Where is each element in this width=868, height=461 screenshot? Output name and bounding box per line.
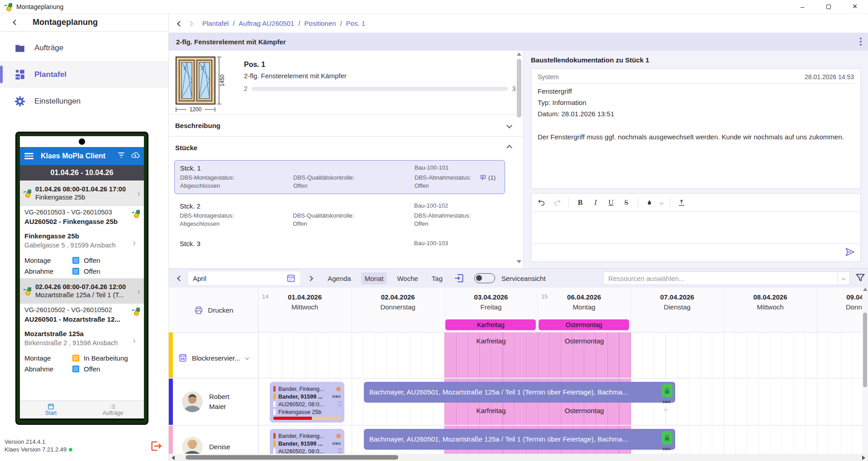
nav-back-icon[interactable]	[178, 19, 182, 27]
send-icon[interactable]	[844, 247, 856, 259]
phone-app-header: Klaes MoPla Client	[20, 147, 144, 165]
day-name: Mittwoch	[724, 303, 817, 311]
day-grid[interactable]: Bander, Finkeng... Bander, 91599 ...DBS …	[258, 426, 868, 454]
upload-icon[interactable]	[675, 196, 688, 209]
resource-name: Denise	[209, 442, 230, 452]
scheduler-vertical-scrollbar[interactable]	[862, 288, 868, 454]
sidebar-item-auftraege[interactable]: Aufträge	[0, 34, 168, 61]
scheduler-horizontal-scrollbar[interactable]	[169, 454, 868, 461]
view-tag[interactable]: Tag	[428, 272, 446, 285]
view-agenda[interactable]: Agenda	[324, 272, 355, 285]
scroll-down-icon[interactable]	[517, 260, 521, 263]
scroll-thumb[interactable]	[186, 455, 398, 460]
kebab-menu-icon[interactable]	[860, 38, 862, 46]
text-color-icon[interactable]	[643, 196, 656, 209]
stueck-card-2[interactable]: Stck. 2 Bau-100-102 DBS-Montagestatus: D…	[174, 199, 505, 232]
italic-button[interactable]: I	[589, 196, 602, 209]
scroll-up-icon[interactable]	[863, 288, 868, 291]
sidebar-item-plantafel[interactable]: Plantafel	[0, 61, 168, 88]
day-grid[interactable]: Karfreitag Ostermontag Bander, Finkeng..…	[258, 379, 868, 425]
day-grid[interactable]: Karfreitag Ostermontag	[258, 333, 868, 378]
scroll-left-icon[interactable]	[172, 456, 175, 460]
resource-name: Robert Maier	[209, 392, 229, 412]
phone-order-1[interactable]: VG-26010503 - VG-26010503 AU260502 - Fin…	[20, 206, 144, 231]
undo-icon[interactable]	[535, 196, 548, 209]
day-name: Montag	[538, 303, 630, 311]
breadcrumb-positionen[interactable]: Positionen	[304, 19, 336, 27]
phone-address-1[interactable]: Finkengasse 25b Gabelgasse 5 , 91599 Ans…	[20, 231, 144, 255]
lock-icon	[662, 384, 672, 398]
resource-robert-maier[interactable]: Robert Maier	[173, 379, 258, 425]
bold-button[interactable]: B	[573, 196, 587, 209]
breadcrumb-auftrag[interactable]: Auftrag AU260501	[239, 19, 295, 27]
scroll-right-icon[interactable]	[862, 456, 865, 460]
vg-number: VG-26010503 - VG-26010503	[24, 209, 139, 216]
scroll-up-icon[interactable]	[517, 52, 521, 56]
day-name: Donnerstag	[817, 303, 868, 311]
prev-month-icon[interactable]	[178, 274, 182, 282]
stueck-card-3[interactable]: Stck. 3 Bau-100-103	[174, 236, 505, 252]
field-label: DBS-Qualitätskontrolle:	[293, 174, 415, 181]
resources-select[interactable]: Ressourcen auswählen...	[603, 271, 850, 285]
strikethrough-button[interactable]: S	[620, 196, 633, 209]
minimize-button[interactable]: –	[789, 0, 816, 13]
close-button[interactable]: ×	[842, 0, 868, 13]
view-woche[interactable]: Woche	[393, 272, 421, 285]
goto-date-icon[interactable]	[453, 273, 464, 284]
nav-forward-icon[interactable]	[188, 19, 192, 27]
expand-chevrons-icon[interactable]	[339, 400, 341, 406]
note-count[interactable]: (1)	[480, 174, 496, 181]
block-row-label[interactable]: Blockreservier...	[173, 333, 258, 378]
maximize-button[interactable]	[816, 0, 842, 13]
section-beschreibung[interactable]: Beschreibung	[169, 114, 523, 136]
phone-appointment-2[interactable]: 02.04.26 08:00-07.04.26 12:00 Mozartstra…	[20, 278, 144, 304]
expand-chevrons-icon[interactable]	[339, 447, 341, 453]
filter-lines-icon[interactable]	[117, 151, 126, 162]
phone-tab-bar: Start Aufträge	[20, 400, 144, 418]
expand-chevron-icon[interactable]	[664, 404, 667, 412]
scroll-thumb[interactable]	[517, 59, 521, 118]
holiday-label: Ostermontag	[538, 337, 631, 345]
logout-icon[interactable]	[149, 440, 163, 454]
filter-funnel-icon[interactable]	[855, 272, 866, 285]
phone-order-2[interactable]: VG-26010502 - VG-26010502 AU260501 - Moz…	[20, 304, 144, 329]
breadcrumb-pos1[interactable]: Pos. 1	[346, 19, 366, 27]
month-input[interactable]: April	[188, 271, 300, 285]
scroll-thumb[interactable]	[863, 313, 867, 387]
event-bar-bachmayer[interactable]: Bachmayer, AU260501, Mozartstraße 125a /…	[364, 429, 675, 450]
breadcrumb-plantafel[interactable]: Plantafel	[202, 19, 229, 27]
phone-tab-auftraege[interactable]: Aufträge	[82, 401, 144, 418]
address-name: Mozartstraße 125a	[24, 330, 139, 337]
back-chevron-icon[interactable]	[11, 18, 20, 27]
status-value: Offen	[84, 267, 100, 275]
field-value: Offen	[293, 220, 414, 227]
underline-button[interactable]: U	[604, 196, 618, 209]
cloud-sync-icon[interactable]	[130, 151, 140, 162]
svg-text:1450: 1450	[219, 74, 225, 86]
phone-address-2[interactable]: Mozartstraße 125a Birkenstraße 2 , 91598…	[20, 329, 144, 352]
holiday-banner: Karfreitag	[445, 319, 536, 330]
redo-icon[interactable]	[550, 196, 564, 209]
editor-textarea[interactable]	[531, 212, 860, 243]
service-view-toggle[interactable]	[474, 273, 495, 283]
stueck-bau-number: Bau-100-101	[415, 164, 499, 172]
phone-appointment-1[interactable]: 01.04.26 08:00-01.04.26 17:00 Finkengass…	[20, 181, 144, 206]
view-monat[interactable]: Monat	[361, 272, 387, 285]
event-card-bander[interactable]: Bander, Finkeng... Bander, 91599 ...DBS …	[270, 429, 344, 454]
phone-status-2: Montage In Bearbeitung Abnahme Offen	[20, 352, 144, 376]
holiday-label: Karfreitag	[444, 407, 538, 414]
event-bar-bachmayer[interactable]: Bachmayer, AU260501, Mozartstraße 125a /…	[364, 382, 675, 403]
event-card-bander[interactable]: Bander, Finkeng... Bander, 91599 ...DBS …	[270, 382, 344, 423]
resource-denise[interactable]: Denise	[173, 426, 258, 454]
color-dropdown-icon[interactable]	[658, 196, 665, 209]
sidebar-item-einstellungen[interactable]: Einstellungen	[0, 88, 168, 114]
hamburger-menu-icon[interactable]	[24, 152, 33, 161]
day-date: 09.04.2026	[817, 293, 868, 301]
print-button[interactable]: Drucken	[169, 288, 258, 333]
detail-scrollbar[interactable]	[516, 52, 522, 263]
phone-tab-start[interactable]: Start	[20, 401, 82, 418]
next-month-icon[interactable]	[308, 274, 312, 282]
stueck-card-1[interactable]: Stck. 1 Bau-100-101 DBS-Montagestatus: D…	[174, 160, 505, 194]
documentation-title: Baustellendokumentation zu Stück 1	[531, 56, 861, 64]
section-stuecke[interactable]: Stücke	[169, 137, 523, 158]
